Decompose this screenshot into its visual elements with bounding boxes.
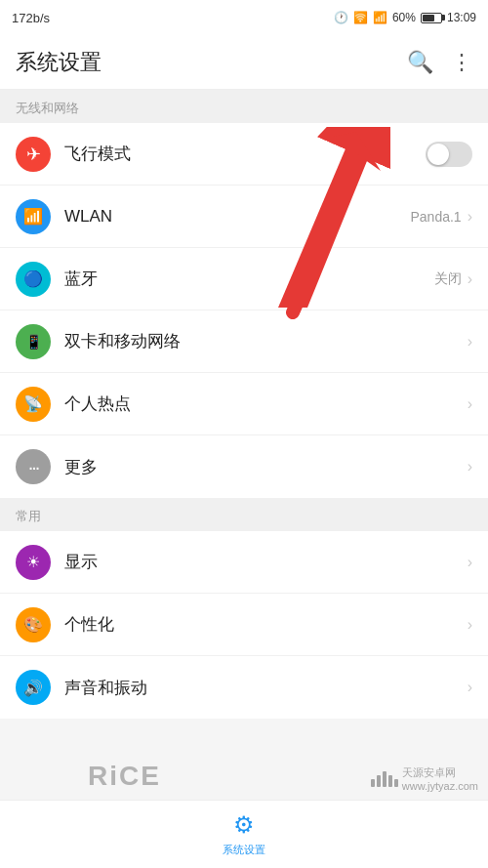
sound-arrow: › [468, 679, 472, 696]
header-actions: 🔍 ⋮ [407, 50, 472, 75]
display-arrow: › [468, 554, 472, 571]
nav-item-settings[interactable]: ⚙ 系统设置 [223, 811, 265, 857]
rice-label: RiCE [88, 761, 161, 792]
display-item[interactable]: ☀ 显示 › [0, 531, 488, 594]
personalize-icon: 🎨 [16, 607, 51, 642]
hotspot-icon: 📡 [16, 387, 51, 422]
dual-sim-item[interactable]: 📱 双卡和移动网络 › [0, 310, 488, 373]
wlan-icon: 📶 [16, 199, 51, 234]
bluetooth-label: 蓝牙 [64, 268, 434, 290]
bottom-nav: ⚙ 系统设置 [0, 800, 488, 868]
battery-icon [421, 13, 442, 23]
dual-sim-icon: 📱 [16, 324, 51, 359]
more-icon: ··· [16, 449, 51, 484]
section-label-wireless: 无线和网络 [0, 90, 488, 123]
settings-nav-icon: ⚙ [233, 811, 255, 839]
dual-sim-label: 双卡和移动网络 [64, 330, 468, 352]
settings-nav-label: 系统设置 [223, 843, 265, 857]
display-label: 显示 [64, 551, 468, 573]
more-label: 更多 [64, 456, 468, 478]
bluetooth-value: 关闭 [434, 270, 462, 288]
header: 系统设置 🔍 ⋮ [0, 35, 488, 90]
airplane-toggle[interactable] [426, 142, 472, 167]
status-bar: 172b/s 🕐 🛜 📶 60% 13:09 [0, 0, 488, 35]
battery-percent: 60% [392, 11, 416, 24]
personalize-label: 个性化 [64, 613, 468, 636]
wlan-item[interactable]: 📶 WLAN Panda.1 › [0, 186, 488, 248]
network-speed: 172b/s [12, 11, 50, 25]
search-icon[interactable]: 🔍 [407, 50, 433, 75]
more-item[interactable]: ··· 更多 › [0, 435, 488, 498]
sound-item[interactable]: 🔊 声音和振动 › [0, 656, 488, 719]
more-icon[interactable]: ⋮ [451, 50, 472, 75]
watermark-site: 天源安卓网 [402, 765, 478, 780]
more-arrow: › [468, 458, 472, 475]
airplane-mode-item[interactable]: ✈ 飞行模式 [0, 123, 488, 186]
dual-sim-arrow: › [468, 333, 472, 351]
wlan-arrow: › [468, 208, 472, 226]
airplane-mode-label: 飞行模式 [64, 143, 426, 165]
page-title: 系统设置 [16, 48, 407, 77]
airplane-icon: ✈ [16, 137, 51, 172]
clock-icon: 🕐 [334, 11, 348, 24]
wireless-network-list: ✈ 飞行模式 📶 WLAN Panda.1 › 🔵 蓝牙 关闭 › 📱 双卡和移… [0, 123, 488, 498]
watermark-logo [371, 771, 398, 787]
watermark-url: www.jytyaz.com [402, 780, 478, 792]
hotspot-item[interactable]: 📡 个人热点 › [0, 373, 488, 435]
watermark: 天源安卓网 www.jytyaz.com [371, 765, 478, 792]
hotspot-arrow: › [468, 395, 472, 413]
time-display: 13:09 [447, 11, 476, 24]
hotspot-label: 个人热点 [64, 393, 468, 415]
section-label-common: 常用 [0, 498, 488, 531]
bluetooth-icon: 🔵 [16, 262, 51, 297]
bluetooth-item[interactable]: 🔵 蓝牙 关闭 › [0, 248, 488, 310]
display-icon: ☀ [16, 545, 51, 580]
status-icons: 🕐 🛜 📶 60% 13:09 [334, 11, 476, 24]
wlan-label: WLAN [64, 207, 411, 227]
wlan-value: Panda.1 [411, 209, 462, 225]
sound-label: 声音和振动 [64, 677, 468, 699]
bluetooth-arrow: › [468, 270, 472, 288]
signal-icon: 📶 [373, 11, 387, 24]
common-list: ☀ 显示 › 🎨 个性化 › 🔊 声音和振动 › [0, 531, 488, 719]
sound-icon: 🔊 [16, 670, 51, 705]
personalize-arrow: › [468, 616, 472, 634]
wifi-icon: 🛜 [353, 11, 368, 24]
personalize-item[interactable]: 🎨 个性化 › [0, 594, 488, 656]
